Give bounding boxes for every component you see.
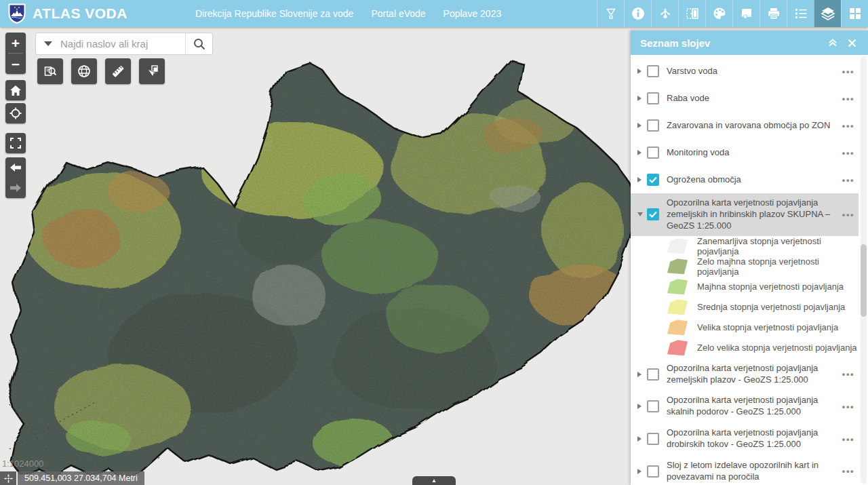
- layer-menu-icon[interactable]: •••: [842, 210, 854, 220]
- info-button[interactable]: [624, 0, 651, 27]
- scrollbar-thumb[interactable]: [861, 244, 867, 317]
- next-extent-button[interactable]: [5, 178, 26, 198]
- layer-menu-icon[interactable]: •••: [842, 434, 854, 444]
- layer-checkbox[interactable]: [647, 400, 659, 412]
- coordinate-capture-button[interactable]: [0, 471, 16, 485]
- layer-item-zemeljski-plazovi[interactable]: Opozorilna karta verjetnosti pojavljanja…: [631, 358, 859, 391]
- coat-of-arms-icon: [8, 3, 26, 24]
- panel-title: Seznam slojev: [640, 37, 823, 49]
- layer-list-panel: Seznam slojev Varstvo voda ••• Raba vode: [631, 31, 868, 485]
- layer-checkbox[interactable]: [647, 433, 659, 445]
- legend-item: Zanemarljiva stopnja verjetnosti pojavlj…: [631, 236, 859, 256]
- layer-checkbox[interactable]: [647, 119, 659, 132]
- expand-right-icon[interactable]: [637, 436, 647, 442]
- layer-menu-icon[interactable]: •••: [842, 94, 854, 104]
- topbar: ATLAS VODA Direkcija Republike Slovenije…: [0, 0, 868, 27]
- layer-checkbox[interactable]: [647, 92, 659, 104]
- search-box: [35, 33, 213, 55]
- search-icon: [193, 37, 206, 51]
- swipe-button[interactable]: [678, 0, 705, 27]
- layer-checkbox[interactable]: [647, 465, 659, 478]
- search-input[interactable]: [60, 38, 185, 50]
- bookmarks-button[interactable]: [732, 0, 760, 27]
- flag-tool-button[interactable]: [597, 0, 624, 27]
- layer-item-monitoring-voda[interactable]: Monitoring voda •••: [631, 139, 859, 166]
- legend-item: Velika stopnja verjetnosti pojavljanja: [631, 317, 859, 338]
- layer-menu-icon[interactable]: •••: [842, 121, 854, 131]
- layer-item-leto-izdelave[interactable]: Sloj z letom izdelave opozorilnih kart i…: [631, 455, 859, 485]
- draw-button[interactable]: [705, 0, 732, 27]
- zoom-in-button[interactable]: +: [5, 33, 26, 53]
- panel-scrollbar[interactable]: [861, 56, 867, 484]
- collapse-down-icon[interactable]: [637, 212, 647, 216]
- home-button[interactable]: [5, 80, 26, 100]
- nav-link-portal-evode[interactable]: Portal eVode: [371, 8, 425, 19]
- layer-item-varstvo-voda[interactable]: Varstvo voda •••: [631, 58, 859, 85]
- expand-right-icon[interactable]: [637, 123, 647, 128]
- panel-collapse-button[interactable]: [823, 33, 842, 52]
- home-icon: [9, 85, 22, 96]
- layer-checkbox-checked[interactable]: [647, 174, 659, 186]
- expand-right-icon[interactable]: [637, 177, 647, 182]
- fullscreen-button[interactable]: [5, 133, 26, 153]
- attribute-search-button[interactable]: [37, 58, 63, 84]
- layer-menu-icon[interactable]: •••: [842, 148, 854, 158]
- checkmark-icon: [649, 176, 657, 183]
- layer-item-ogrozena-obmocja[interactable]: Ogrožena območja •••: [631, 166, 859, 193]
- layer-menu-icon[interactable]: •••: [842, 369, 854, 379]
- legend-swatch: [667, 258, 688, 274]
- layer-list-button[interactable]: [814, 0, 841, 27]
- select-button[interactable]: [139, 58, 165, 84]
- expand-right-icon[interactable]: [637, 372, 647, 377]
- extent-nav-control: [5, 157, 26, 198]
- nav-link-direkcija[interactable]: Direkcija Republike Slovenije za vode: [195, 8, 353, 19]
- measure-button[interactable]: [105, 58, 131, 84]
- attribute-table-expand-button[interactable]: ▲: [412, 476, 456, 485]
- panel-body: Varstvo voda ••• Raba vode ••• Zavarovan…: [631, 55, 868, 485]
- app-title: ATLAS VODA: [33, 5, 127, 22]
- legend-swatch: [667, 319, 688, 335]
- globe-icon: [77, 64, 92, 79]
- print-button[interactable]: [760, 0, 787, 27]
- layer-menu-icon[interactable]: •••: [842, 66, 854, 77]
- layer-item-zavarovana-obmocja[interactable]: Zavarovana in varovana območja po ZON ••…: [631, 112, 859, 139]
- chevron-up-icon: ▲: [431, 478, 437, 484]
- document-search-icon: [43, 64, 58, 79]
- legend-swatch: [667, 238, 688, 254]
- expand-right-icon[interactable]: [637, 150, 647, 155]
- layer-checkbox[interactable]: [647, 65, 659, 77]
- locate-button[interactable]: [5, 103, 26, 123]
- legend-icon: [793, 6, 808, 21]
- previous-extent-button[interactable]: [5, 157, 26, 178]
- expand-right-icon[interactable]: [637, 96, 647, 101]
- coordinates-button[interactable]: [71, 58, 97, 84]
- zoom-out-button[interactable]: −: [5, 54, 26, 74]
- layer-menu-icon[interactable]: •••: [842, 402, 854, 412]
- layer-checkbox[interactable]: [647, 147, 659, 159]
- layer-checkbox-checked[interactable]: [647, 208, 659, 220]
- basemap-gallery-button[interactable]: [841, 0, 868, 27]
- layer-item-skalni-podori[interactable]: Opozorilna karta verjetnosti pojavljanja…: [631, 390, 859, 423]
- layer-item-opozorilna-skupna[interactable]: Opozorilna karta verjetnosti pojavljanja…: [631, 193, 859, 236]
- expand-right-icon[interactable]: [637, 469, 647, 474]
- topbar-toolbar: [597, 0, 868, 27]
- share-button[interactable]: [651, 0, 678, 27]
- panel-header: Seznam slojev: [631, 31, 868, 55]
- layer-menu-icon[interactable]: •••: [842, 175, 854, 185]
- map-scale-label: 1:1024000: [2, 459, 43, 469]
- panel-close-button[interactable]: [842, 33, 861, 52]
- swipe-icon: [685, 6, 700, 21]
- search-source-dropdown[interactable]: [36, 33, 60, 54]
- nav-link-poplave-2023[interactable]: Poplave 2023: [443, 8, 502, 19]
- layer-menu-icon[interactable]: •••: [842, 466, 854, 476]
- app-logo[interactable]: ATLAS VODA: [0, 3, 136, 24]
- flag-icon: [604, 7, 618, 20]
- layer-item-drobirski-tokovi[interactable]: Opozorilna karta verjetnosti pojavljanja…: [631, 423, 859, 455]
- expand-right-icon[interactable]: [637, 404, 647, 409]
- layer-checkbox[interactable]: [647, 368, 659, 381]
- legend-button[interactable]: [787, 0, 814, 27]
- expand-right-icon[interactable]: [637, 69, 647, 74]
- legend-item: Majhna stopnja verjetnosti pojavljanja: [631, 277, 859, 297]
- layer-item-raba-vode[interactable]: Raba vode •••: [631, 85, 859, 112]
- search-submit-button[interactable]: [185, 33, 212, 54]
